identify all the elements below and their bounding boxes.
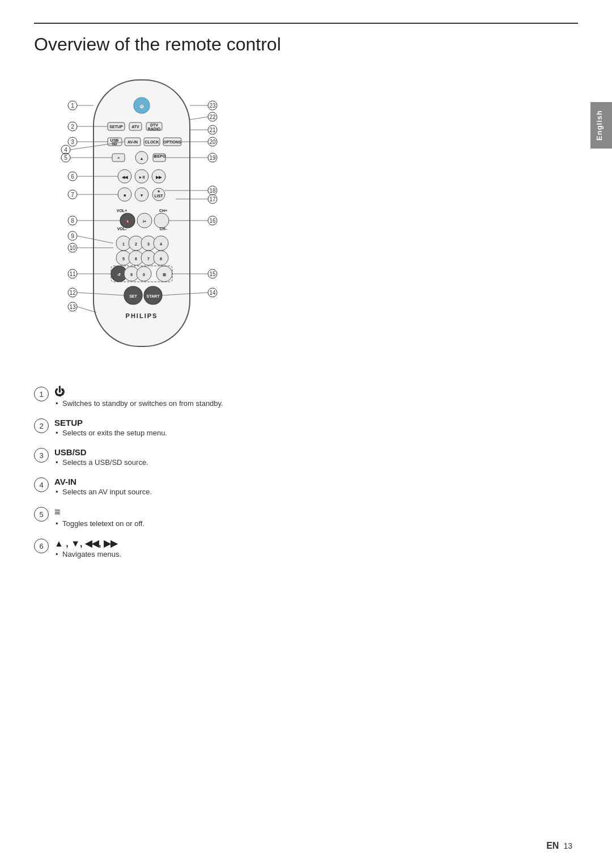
desc-item-6: 6 ▲ , ▼, ◀◀, ▶▶ Navigates menus. (34, 538, 578, 558)
desc-content-1: ⏻ Switches to standby or switches on fro… (54, 386, 578, 408)
svg-text:3: 3 (147, 242, 150, 246)
svg-text:10: 10 (69, 245, 76, 251)
svg-text:🔇: 🔇 (125, 219, 130, 224)
page-container: English Overview of the remote control ⏻… (0, 0, 612, 868)
desc-title-6: ▲ , ▼, ◀◀, ▶▶ (54, 538, 578, 549)
footer-language: EN (546, 841, 559, 851)
svg-text:■: ■ (124, 193, 126, 197)
svg-text:17: 17 (209, 196, 216, 202)
desc-title-5: ≡ (54, 506, 578, 518)
svg-text:⊞: ⊞ (163, 273, 166, 277)
svg-text:START: START (147, 294, 160, 298)
svg-text:1: 1 (122, 242, 125, 246)
svg-text:13: 13 (69, 304, 76, 310)
svg-text:7: 7 (147, 257, 150, 261)
desc-number-5: 5 (34, 507, 49, 522)
svg-text:►II: ►II (139, 175, 145, 179)
svg-text:4: 4 (64, 147, 67, 153)
svg-text:RADIO: RADIO (148, 127, 161, 131)
svg-text:9: 9 (130, 273, 133, 277)
svg-text:CH+: CH+ (159, 209, 167, 213)
svg-text:19: 19 (209, 155, 216, 161)
desc-title-3: USB/SD (54, 447, 578, 457)
svg-text:CLOCK: CLOCK (145, 140, 159, 144)
svg-text:⏻: ⏻ (140, 104, 144, 108)
svg-text:23: 23 (209, 103, 216, 109)
svg-text:DTV: DTV (150, 123, 158, 127)
desc-number-4: 4 (34, 477, 49, 492)
desc-item-5: 5 ≡ Toggles teletext on or off. (34, 506, 578, 528)
svg-text:21: 21 (209, 127, 216, 133)
svg-text:15: 15 (209, 271, 216, 277)
svg-text:8: 8 (160, 257, 162, 261)
desc-text-1: Switches to standby or switches on from … (54, 399, 578, 408)
svg-text:↺: ↺ (117, 273, 121, 277)
desc-item-1: 1 ⏻ Switches to standby or switches on f… (34, 386, 578, 408)
svg-text:♥: ♥ (158, 189, 160, 193)
svg-text:VOL-: VOL- (117, 227, 127, 231)
svg-text:▲: ▲ (140, 156, 144, 160)
desc-title-1: ⏻ (54, 386, 578, 398)
svg-text:▼: ▼ (140, 193, 144, 197)
svg-text:2: 2 (135, 242, 137, 246)
svg-text:18: 18 (209, 188, 216, 194)
svg-text:ATV: ATV (131, 125, 139, 129)
svg-text:6: 6 (71, 173, 74, 180)
language-tab: English (590, 102, 612, 149)
svg-text:14: 14 (209, 290, 216, 296)
desc-content-5: ≡ Toggles teletext on or off. (54, 506, 578, 528)
desc-content-2: SETUP Selects or exits the setup menu. (54, 418, 578, 437)
svg-text:11: 11 (69, 271, 76, 277)
svg-text:9: 9 (71, 233, 74, 239)
desc-title-2: SETUP (54, 418, 578, 427)
svg-line-122 (190, 117, 208, 120)
svg-text:⊞: ⊞ (154, 154, 157, 158)
footer: EN 13 (546, 841, 572, 851)
footer-page-number: 13 (563, 841, 572, 850)
svg-text:0: 0 (143, 273, 145, 277)
svg-text:16: 16 (209, 218, 216, 224)
desc-number-3: 3 (34, 448, 49, 463)
remote-illustration: ⏻ SETUP ATV DTV RADIO USB SD AV-IN CLOCK (34, 69, 249, 369)
desc-content-3: USB/SD Selects a USB/SD source. (54, 447, 578, 467)
svg-point-45 (154, 213, 169, 228)
desc-text-3: Selects a USB/SD source. (54, 458, 578, 467)
description-list: 1 ⏻ Switches to standby or switches on f… (34, 386, 578, 558)
desc-text-6: Navigates menus. (54, 550, 578, 558)
desc-content-4: AV-IN Selects an AV input source. (54, 477, 578, 496)
desc-number-1: 1 (34, 387, 49, 401)
svg-text:LIST: LIST (154, 194, 163, 198)
desc-item-4: 4 AV-IN Selects an AV input source. (34, 477, 578, 496)
svg-text:7: 7 (71, 192, 74, 198)
descriptions-section: 1 ⏻ Switches to standby or switches on f… (34, 386, 578, 558)
svg-text:▶▶: ▶▶ (156, 175, 162, 179)
svg-text:20: 20 (209, 139, 216, 145)
svg-text:4: 4 (160, 242, 162, 246)
svg-text:SETUP: SETUP (109, 125, 123, 129)
desc-text-4: Selects an AV input source. (54, 488, 578, 496)
svg-text:VOL+: VOL+ (117, 209, 127, 213)
desc-text-2: Selects or exits the setup menu. (54, 429, 578, 437)
svg-text:5: 5 (122, 257, 125, 261)
svg-text:8: 8 (71, 218, 74, 224)
desc-text-5: Toggles teletext on or off. (54, 519, 578, 528)
desc-item-3: 3 USB/SD Selects a USB/SD source. (34, 447, 578, 467)
desc-number-6: 6 (34, 539, 49, 553)
svg-text:EPG: EPG (158, 154, 166, 158)
svg-text:i+: i+ (143, 219, 146, 223)
desc-content-6: ▲ , ▼, ◀◀, ▶▶ Navigates menus. (54, 538, 578, 558)
svg-text:22: 22 (209, 114, 216, 120)
desc-title-4: AV-IN (54, 477, 578, 486)
svg-text:PHILIPS: PHILIPS (126, 312, 158, 319)
svg-text:1: 1 (71, 103, 74, 109)
page-title: Overview of the remote control (34, 34, 578, 55)
svg-text:6: 6 (135, 257, 137, 261)
svg-text:◀◀: ◀◀ (121, 175, 128, 179)
svg-text:CH-: CH- (160, 227, 167, 231)
svg-text:AV-IN: AV-IN (128, 140, 138, 144)
top-divider (34, 23, 578, 24)
desc-number-2: 2 (34, 418, 49, 433)
svg-text:2: 2 (71, 124, 74, 130)
svg-rect-0 (94, 80, 190, 346)
svg-text:OPTIONS: OPTIONS (163, 140, 181, 144)
